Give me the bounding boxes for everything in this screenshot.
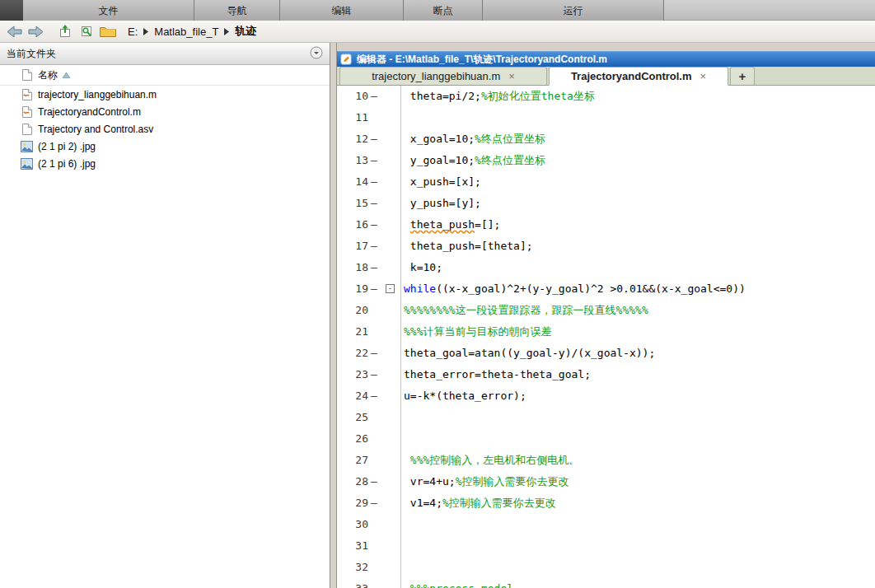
exec-dash[interactable]: — [368,471,381,492]
file-row[interactable]: (2 1 pi 6) .jpg [0,155,330,172]
line-number[interactable]: 16 [337,214,368,236]
fold-column[interactable] [381,535,401,557]
code-line[interactable]: 13— y_goal=10;%终点位置坐标 [337,150,875,171]
code-line[interactable]: 25 [337,407,875,428]
fold-column[interactable] [381,343,401,364]
code-text[interactable]: %%%%%%%%这一段设置跟踪器，跟踪一段直线%%%%% [401,300,648,321]
fold-column[interactable] [381,150,401,171]
code-text[interactable] [401,407,404,428]
code-text[interactable]: vr=4+u;%控制输入需要你去更改 [401,471,569,492]
breadcrumb-drive[interactable]: E: [128,26,138,38]
exec-dash[interactable]: — [368,343,381,364]
file-row[interactable]: (2 1 pi 2) .jpg [0,138,330,155]
exec-dash[interactable]: — [368,236,381,257]
tab-close-icon[interactable]: × [700,70,707,82]
exec-dash[interactable]: — [368,278,381,300]
ribbon-section-navigate[interactable]: 导航 [194,0,280,21]
line-number[interactable]: 32 [337,557,368,578]
code-text[interactable]: theta_push=[theta]; [401,236,533,257]
fold-column[interactable] [381,428,401,450]
line-number[interactable]: 30 [337,514,368,535]
fold-column[interactable] [381,214,401,236]
fold-column[interactable] [381,514,401,535]
code-text[interactable]: u=-k*(theta_error); [401,385,526,407]
exec-dash[interactable]: — [368,128,381,150]
line-number[interactable]: 27 [337,450,368,471]
code-text[interactable]: %%%控制输入，左电机和右侧电机。 [401,450,579,471]
code-text[interactable]: y_push=[y]; [401,193,481,214]
fold-column[interactable] [381,193,401,214]
code-line[interactable]: 17— theta_push=[theta]; [337,236,875,257]
line-number[interactable]: 28 [337,471,368,492]
exec-dash[interactable] [368,578,381,588]
exec-dash[interactable]: — [368,171,381,193]
code-text[interactable]: k=10; [401,257,442,278]
line-number[interactable]: 18 [337,257,368,278]
fold-column[interactable] [381,407,401,428]
code-text[interactable]: %%%process_model [401,578,513,588]
code-line[interactable]: 19—-while((x-x_goal)^2+(y-y_goal)^2 >0.0… [337,278,875,300]
line-number[interactable]: 22 [337,343,368,364]
code-text[interactable]: y_goal=10;%终点位置坐标 [401,150,545,171]
code-line[interactable]: 26 [337,428,875,450]
line-number[interactable]: 21 [337,321,368,343]
breadcrumb-current[interactable]: 轨迹 [235,24,256,39]
file-row[interactable]: TrajectoryandControl.m [0,103,330,120]
editor-tab[interactable]: TrajectoryandControl.m× [549,67,728,86]
ribbon-section-breakpoints[interactable]: 断点 [404,0,483,21]
exec-dash[interactable] [368,428,381,450]
code-line[interactable]: 24—u=-k*(theta_error); [337,385,875,407]
fold-column[interactable] [381,385,401,407]
breadcrumb-separator-icon[interactable] [143,28,148,35]
ribbon-section-run[interactable]: 运行 [483,0,664,21]
code-line[interactable]: 27 %%%控制输入，左电机和右侧电机。 [337,450,875,471]
line-number[interactable]: 14 [337,171,368,193]
back-button[interactable] [4,22,24,40]
exec-dash[interactable]: — [368,86,381,107]
line-number[interactable]: 23 [337,364,368,385]
fold-column[interactable] [381,578,401,588]
code-line[interactable]: 33 %%%process_model [337,578,875,588]
breadcrumb-separator-icon[interactable] [224,28,229,35]
exec-dash[interactable]: — [368,385,381,407]
line-number[interactable]: 10 [337,86,368,107]
forward-button[interactable] [26,22,45,40]
browse-folder-button[interactable] [77,22,96,40]
code-text[interactable] [401,428,404,450]
code-text[interactable]: theta_goal=atan((y_goal-y)/(x_goal-x)); [401,343,655,364]
code-line[interactable]: 29— v1=4;%控制输入需要你去更改 [337,492,875,514]
code-text[interactable]: x_push=[x]; [401,171,481,193]
code-line[interactable]: 30 [337,514,875,535]
fold-column[interactable] [381,321,401,343]
file-row[interactable]: Trajectory and Control.asv [0,120,330,138]
column-header-name[interactable]: 名称 [38,68,58,82]
code-line[interactable]: 18— k=10; [337,257,875,278]
file-list-column-header[interactable]: 名称 [0,65,330,86]
code-line[interactable]: 20%%%%%%%%这一段设置跟踪器，跟踪一段直线%%%%% [337,300,875,321]
panel-menu-button[interactable] [310,46,323,62]
line-number[interactable]: 24 [337,385,368,407]
ribbon-section-edit[interactable]: 编辑 [280,0,404,21]
line-number[interactable]: 15 [337,193,368,214]
sort-ascending-icon[interactable] [63,72,70,78]
exec-dash[interactable] [368,450,381,471]
line-number[interactable]: 13 [337,150,368,171]
fold-column[interactable] [381,107,401,128]
fold-column[interactable] [381,86,401,107]
exec-dash[interactable] [368,557,381,578]
code-text[interactable] [401,535,404,557]
up-folder-button[interactable] [55,22,75,40]
code-line[interactable]: 11 [337,107,875,128]
exec-dash[interactable]: — [368,214,381,236]
code-editor[interactable]: 10— theta=pi/2;%初始化位置theta坐标1112— x_goal… [337,86,875,588]
line-number[interactable]: 11 [337,107,368,128]
exec-dash[interactable]: — [368,492,381,514]
fold-column[interactable] [381,300,401,321]
code-line[interactable]: 23—theta_error=theta-theta_goal; [337,364,875,385]
breadcrumb-folder[interactable]: Matlab_file_T [154,26,218,38]
code-area[interactable]: 10— theta=pi/2;%初始化位置theta坐标1112— x_goal… [337,86,875,588]
file-row[interactable]: trajectory_lianggebihuan.m [0,86,330,103]
code-text[interactable]: theta_error=theta-theta_goal; [401,364,591,385]
exec-dash[interactable] [368,321,381,343]
fold-column[interactable] [381,557,401,578]
